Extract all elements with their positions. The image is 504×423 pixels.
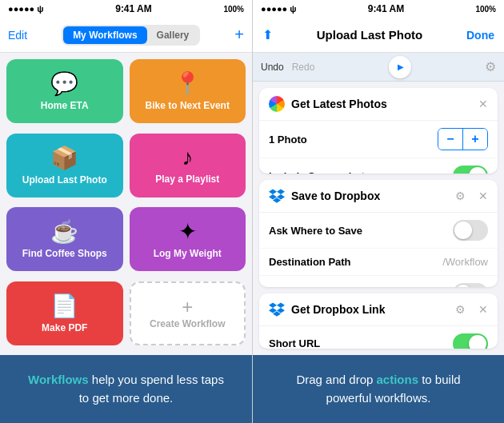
include-screenshots-row: Include Screenshots — [259, 158, 498, 174]
log-weight-label: Log My Weight — [154, 248, 222, 259]
include-screenshots-toggle[interactable] — [453, 166, 488, 174]
workflow-upload-photo[interactable]: 📦 Upload Last Photo — [6, 134, 123, 198]
settings-icon[interactable]: ⚙ — [485, 59, 496, 74]
right-battery: 100% — [475, 5, 496, 14]
action-header-dropbox-link: Get Dropbox Link ⚙ ✕ — [259, 293, 498, 326]
dropbox-icon — [269, 188, 285, 204]
edit-button[interactable]: Edit — [8, 29, 27, 42]
left-time: 9:41 AM — [115, 3, 152, 14]
destination-path-value[interactable]: /Workflow — [442, 256, 488, 268]
ask-where-toggle[interactable] — [453, 220, 488, 241]
nav-tabs: My Workflows Gallery — [62, 25, 200, 46]
add-workflow-button[interactable]: + — [234, 26, 244, 44]
dropbox-gear-icon[interactable]: ⚙ — [455, 190, 466, 202]
create-workflow-label: Create Workflow — [150, 318, 225, 329]
right-status-bar: ●●●●● ψ 9:41 AM 100% — [253, 0, 504, 18]
done-button[interactable]: Done — [466, 29, 494, 42]
short-url-toggle[interactable] — [453, 333, 488, 349]
overwrite-row: Overwrite If File Exists — [259, 276, 498, 286]
workflow-grid: 💬 Home ETA 📍 Bike to Next Event 📦 Upload… — [0, 53, 252, 355]
right-time: 9:41 AM — [368, 3, 405, 14]
actions-list: Get Latest Photos ✕ 1 Photo − + Include … — [253, 82, 504, 355]
svg-marker-6 — [277, 302, 285, 308]
create-plus-icon: + — [182, 296, 193, 318]
photos-close-icon[interactable]: ✕ — [478, 98, 488, 110]
ask-where-row: Ask Where to Save — [259, 213, 498, 249]
back-button[interactable]: ⬆ — [262, 27, 273, 42]
include-screenshots-label: Include Screenshots — [269, 170, 453, 174]
action-save-dropbox: Save to Dropbox ⚙ ✕ Ask Where to Save De… — [259, 180, 498, 286]
right-phone: ●●●●● ψ 9:41 AM 100% ⬆ Upload Last Photo… — [252, 0, 504, 423]
short-url-row: Short URL — [259, 326, 498, 349]
workflow-home-eta[interactable]: 💬 Home ETA — [6, 59, 123, 123]
coffee-shops-icon: ☕ — [50, 218, 78, 245]
upload-photo-label: Upload Last Photo — [22, 174, 107, 186]
left-nav-bar: Edit My Workflows Gallery + — [0, 18, 252, 53]
left-footer: Workflows help you spend less taps to ge… — [0, 355, 252, 423]
photos-title: Get Latest Photos — [291, 98, 472, 110]
tab-my-workflows[interactable]: My Workflows — [63, 26, 146, 44]
left-status-bar: ●●●●● ψ 9:41 AM 100% — [0, 0, 252, 18]
dropbox-link-icon — [269, 301, 285, 317]
action-header-photos: Get Latest Photos ✕ — [259, 88, 498, 121]
photo-count-row: 1 Photo − + — [259, 121, 498, 158]
svg-marker-5 — [269, 302, 277, 308]
undo-button[interactable]: Undo — [261, 62, 284, 73]
svg-marker-0 — [269, 190, 277, 195]
action-get-dropbox-link: Get Dropbox Link ⚙ ✕ Short URL — [259, 293, 498, 349]
photos-icon — [269, 96, 285, 112]
home-eta-label: Home ETA — [41, 100, 89, 111]
short-url-label: Short URL — [269, 337, 453, 349]
ask-where-label: Ask Where to Save — [269, 225, 453, 237]
upload-photo-icon: 📦 — [50, 145, 78, 171]
workflow-coffee-shops[interactable]: ☕ Find Coffee Shops — [6, 207, 123, 271]
destination-path-label: Destination Path — [269, 256, 442, 268]
dropbox-link-title: Get Dropbox Link — [291, 303, 449, 316]
dropbox-link-gear-icon[interactable]: ⚙ — [455, 303, 466, 316]
right-footer-text: Drag and drop — [296, 373, 376, 386]
tab-gallery[interactable]: Gallery — [147, 26, 199, 44]
stepper-plus[interactable]: + — [463, 129, 487, 150]
workflow-bike-event[interactable]: 📍 Bike to Next Event — [130, 59, 246, 123]
home-eta-icon: 💬 — [50, 70, 78, 97]
right-footer-highlight: actions — [377, 373, 419, 386]
left-battery: 100% — [223, 5, 244, 14]
svg-marker-1 — [277, 190, 285, 195]
dropbox-close-icon[interactable]: ✕ — [478, 190, 488, 202]
coffee-shops-label: Find Coffee Shops — [22, 248, 107, 259]
workflow-play-playlist[interactable]: ♪ Play a Playlist — [130, 134, 246, 198]
dropbox-link-close-icon[interactable]: ✕ — [478, 303, 488, 316]
play-button[interactable] — [389, 56, 411, 78]
left-phone: ●●●●● ψ 9:41 AM 100% Edit My Workflows G… — [0, 0, 252, 423]
make-pdf-icon: 📄 — [50, 293, 78, 319]
right-nav-bar: ⬆ Upload Last Photo Done — [253, 18, 504, 53]
right-carrier: ●●●●● ψ — [261, 4, 297, 14]
create-workflow-cell[interactable]: + Create Workflow — [130, 281, 246, 345]
destination-path-row: Destination Path /Workflow — [259, 249, 498, 276]
right-nav-title: Upload Last Photo — [317, 28, 423, 42]
bike-event-label: Bike to Next Event — [146, 100, 230, 111]
left-footer-text: help you spend less taps to get more don… — [79, 373, 224, 405]
play-playlist-icon: ♪ — [182, 145, 193, 170]
right-footer: Drag and drop actions to build powerful … — [253, 355, 504, 423]
stepper-minus[interactable]: − — [438, 129, 462, 150]
bike-event-icon: 📍 — [174, 70, 202, 97]
make-pdf-label: Make PDF — [42, 322, 87, 333]
play-playlist-label: Play a Playlist — [155, 174, 219, 185]
overwrite-toggle[interactable] — [453, 283, 488, 286]
redo-button[interactable]: Redo — [292, 62, 315, 73]
left-footer-highlight: Workflows — [28, 373, 89, 386]
log-weight-icon: ✦ — [178, 218, 197, 245]
workflow-make-pdf[interactable]: 📄 Make PDF — [6, 281, 123, 345]
action-toolbar: Undo Redo ⚙ — [253, 53, 504, 82]
photo-count-label: 1 Photo — [269, 134, 438, 146]
left-carrier: ●●●●● ψ — [8, 4, 44, 14]
photo-stepper[interactable]: − + — [438, 128, 488, 150]
workflow-log-weight[interactable]: ✦ Log My Weight — [130, 207, 246, 271]
action-header-dropbox: Save to Dropbox ⚙ ✕ — [259, 180, 498, 213]
dropbox-title: Save to Dropbox — [291, 190, 449, 202]
action-get-latest-photos: Get Latest Photos ✕ 1 Photo − + Include … — [259, 88, 498, 174]
